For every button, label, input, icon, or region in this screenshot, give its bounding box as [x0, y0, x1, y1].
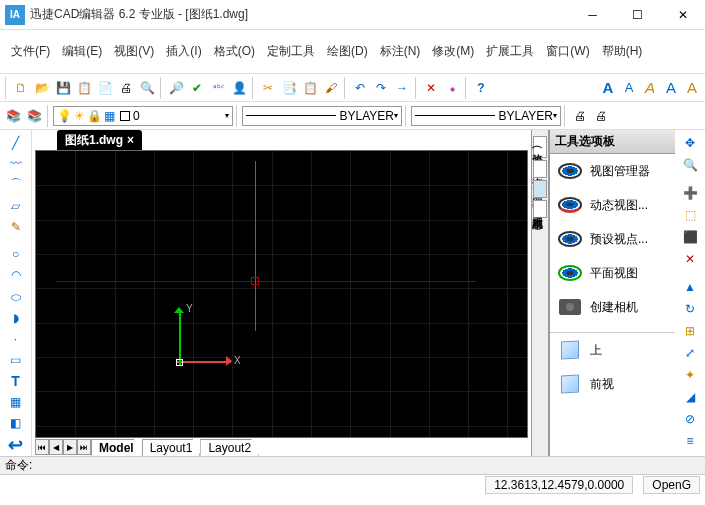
back-icon[interactable]: ↩ [2, 434, 30, 456]
delete2-icon[interactable]: ✕ [676, 248, 704, 270]
boolean-icon[interactable]: ⊘ [676, 408, 704, 430]
menu-view[interactable]: 视图(V) [108, 40, 160, 63]
save-icon[interactable]: 💾 [53, 78, 73, 98]
vtab-modify[interactable]: 修改( [533, 136, 547, 158]
redo-icon[interactable]: ↷ [371, 78, 391, 98]
font-c-icon[interactable]: A [640, 78, 660, 98]
vtab-query[interactable]: 查询 [533, 160, 547, 178]
menu-help[interactable]: 帮助(H) [596, 40, 649, 63]
open-icon[interactable]: 📂 [32, 78, 52, 98]
rect-icon[interactable]: ▭ [2, 349, 30, 370]
arc2-icon[interactable]: ◠ [2, 265, 30, 286]
menu-dimension[interactable]: 标注(N) [374, 40, 427, 63]
select-icon[interactable]: ⬚ [676, 204, 704, 226]
spline-icon[interactable]: 〰 [2, 153, 30, 174]
cube-front-icon [561, 375, 579, 394]
menu-draw[interactable]: 绘图(D) [321, 40, 374, 63]
array-icon[interactable]: ⊞ [676, 320, 704, 342]
menu-insert[interactable]: 插入(I) [160, 40, 207, 63]
help-icon[interactable]: ? [471, 78, 491, 98]
vtab-3dorbit[interactable]: 三维动态观察 [533, 200, 547, 218]
tab-model[interactable]: Model [91, 439, 142, 456]
menu-customtools[interactable]: 定制工具 [261, 40, 321, 63]
lineweight-dropdown[interactable]: BYLAYER [411, 106, 561, 126]
menu-file[interactable]: 文件(F) [5, 40, 56, 63]
close-button[interactable]: ✕ [660, 0, 705, 30]
spellcheck-icon[interactable]: ᵃᵇᶜ [208, 78, 228, 98]
palette-item-preset[interactable]: 预设视点... [550, 222, 675, 256]
vtab-view[interactable]: 视图 [533, 180, 547, 198]
command-line[interactable]: 命令: [0, 456, 705, 474]
polyline-icon[interactable]: ▱ [2, 195, 30, 216]
delete-icon[interactable]: ✕ [421, 78, 441, 98]
maximize-button[interactable]: ☐ [615, 0, 660, 30]
line-icon[interactable]: ╱ [2, 132, 30, 153]
palette-item-dynview[interactable]: 动态视图... [550, 188, 675, 222]
doc-tab-close-icon[interactable]: × [127, 133, 134, 147]
chamfer-icon[interactable]: ◢ [676, 386, 704, 408]
palette-item-top[interactable]: 上 [550, 333, 675, 367]
text-icon[interactable]: T [2, 371, 30, 392]
tab-prev-icon[interactable]: ◀ [49, 439, 63, 455]
brush-icon[interactable]: 🖌 [321, 78, 341, 98]
tab-next-icon[interactable]: ▶ [63, 439, 77, 455]
font-a-icon[interactable]: A [598, 78, 618, 98]
menu-edit[interactable]: 编辑(E) [56, 40, 108, 63]
layer-dropdown[interactable]: 💡 ☀ 🔒 ▦ 0 [53, 106, 233, 126]
select2-icon[interactable]: ⬛ [676, 226, 704, 248]
menu-window[interactable]: 窗口(W) [540, 40, 595, 63]
fwd-icon[interactable]: → [392, 78, 412, 98]
dimension-icon[interactable]: ⬥ [442, 78, 462, 98]
break-icon[interactable]: ≡ [676, 430, 704, 452]
circle-icon[interactable]: ○ [2, 244, 30, 265]
layers2-icon[interactable]: 📚 [24, 106, 44, 126]
mirror-icon[interactable]: ▲ [676, 276, 704, 298]
palette-item-planview[interactable]: 平面视图 [550, 256, 675, 290]
ellipse-icon[interactable]: ⬭ [2, 286, 30, 307]
linetype-dropdown[interactable]: BYLAYER [242, 106, 402, 126]
drawing-canvas[interactable]: X Y [35, 150, 528, 438]
tab-first-icon[interactable]: ⏮ [35, 439, 49, 455]
preview-icon[interactable]: 🔍 [137, 78, 157, 98]
rotate-icon[interactable]: ↻ [676, 298, 704, 320]
doc-icon[interactable]: 📄 [95, 78, 115, 98]
print3-icon[interactable]: 🖨 [591, 106, 611, 126]
font-d-icon[interactable]: A [661, 78, 681, 98]
tab-last-icon[interactable]: ⏭ [77, 439, 91, 455]
font-b-icon[interactable]: A [619, 78, 639, 98]
scale-icon[interactable]: ⤢ [676, 342, 704, 364]
undo-icon[interactable]: ↶ [350, 78, 370, 98]
print2-icon[interactable]: 🖨 [570, 106, 590, 126]
person-icon[interactable]: 👤 [229, 78, 249, 98]
layers-icon[interactable]: 📚 [3, 106, 23, 126]
menu-format[interactable]: 格式(O) [208, 40, 261, 63]
freehand-icon[interactable]: ✎ [2, 217, 30, 238]
menu-extend[interactable]: 扩展工具 [480, 40, 540, 63]
arc-icon[interactable]: ⌒ [2, 174, 30, 195]
minimize-button[interactable]: ─ [570, 0, 615, 30]
palette-item-front[interactable]: 前视 [550, 367, 675, 401]
zoom-icon[interactable]: 🔍 [676, 154, 704, 176]
new-icon[interactable]: 🗋 [11, 78, 31, 98]
hatch-icon[interactable]: ▦ [2, 392, 30, 413]
pan-icon[interactable]: ✥ [676, 132, 704, 154]
palette-item-camera[interactable]: 创建相机 [550, 290, 675, 324]
menu-modify[interactable]: 修改(M) [426, 40, 480, 63]
ellipsearc-icon[interactable]: ◗ [2, 307, 30, 328]
point-icon[interactable]: · [2, 328, 30, 349]
paste-icon[interactable]: 📋 [300, 78, 320, 98]
print-icon[interactable]: 🖨 [116, 78, 136, 98]
palette-item-viewmanager[interactable]: 视图管理器 [550, 154, 675, 188]
cut-icon[interactable]: ✂ [258, 78, 278, 98]
check-icon[interactable]: ✔ [187, 78, 207, 98]
tab-layout2[interactable]: Layout2 [200, 439, 259, 456]
explode-icon[interactable]: ✦ [676, 364, 704, 386]
tab-layout1[interactable]: Layout1 [142, 439, 201, 456]
region-icon[interactable]: ◧ [2, 413, 30, 434]
zoomin-icon[interactable]: ➕ [676, 182, 704, 204]
doc-tab-active[interactable]: 图纸1.dwg × [57, 130, 142, 151]
copy2-icon[interactable]: 📑 [279, 78, 299, 98]
copy-icon[interactable]: 📋 [74, 78, 94, 98]
font-e-icon[interactable]: A [682, 78, 702, 98]
find-icon[interactable]: 🔎 [166, 78, 186, 98]
